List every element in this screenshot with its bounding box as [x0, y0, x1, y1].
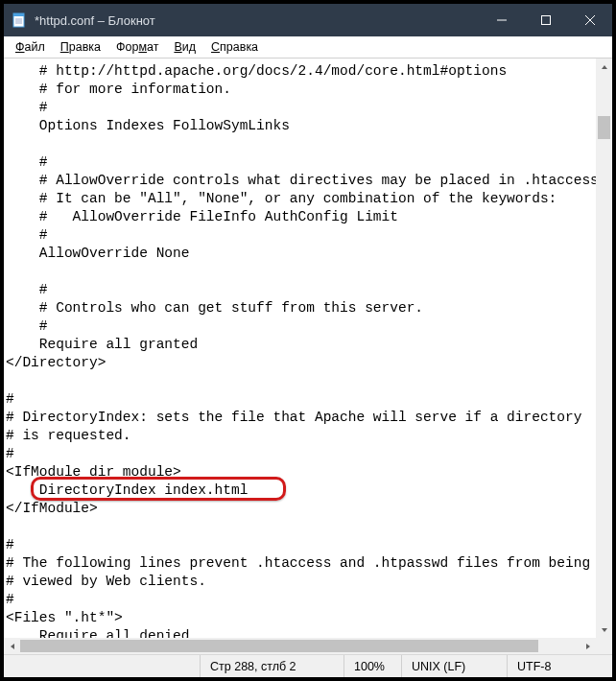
vertical-scrollbar-thumb[interactable] [598, 116, 610, 139]
menu-edit[interactable]: Правка [53, 38, 108, 56]
close-button[interactable] [568, 4, 612, 36]
menu-format[interactable]: Формат [108, 38, 166, 56]
svg-marker-12 [586, 644, 590, 649]
editor-area: # http://httpd.apache.org/docs/2.4/mod/c… [4, 58, 612, 654]
menu-view[interactable]: Вид [166, 38, 203, 56]
menubar: Файл Правка Формат Вид Справка [4, 36, 612, 58]
svg-rect-6 [542, 16, 551, 25]
notepad-icon [12, 12, 27, 28]
scroll-up-icon[interactable] [596, 59, 612, 75]
minimize-button[interactable] [480, 4, 524, 36]
scroll-right-icon[interactable] [580, 638, 596, 654]
svg-marker-11 [11, 644, 14, 649]
vertical-scrollbar[interactable] [596, 59, 612, 638]
horizontal-scrollbar-thumb[interactable] [20, 640, 538, 652]
statusbar: Стр 288, стлб 2 100% UNIX (LF) UTF-8 [4, 654, 612, 677]
editor-text[interactable]: # http://httpd.apache.org/docs/2.4/mod/c… [4, 59, 596, 638]
scroll-down-icon[interactable] [596, 622, 612, 638]
status-zoom[interactable]: 100% [344, 655, 401, 677]
notepad-window: *httpd.conf – Блокнот Файл Правка Формат… [4, 4, 612, 677]
statusbar-spacer [4, 655, 200, 677]
svg-rect-1 [13, 13, 24, 16]
menu-file[interactable]: Файл [8, 38, 53, 56]
window-title: *httpd.conf – Блокнот [35, 13, 155, 28]
scroll-left-icon[interactable] [4, 638, 20, 654]
horizontal-scrollbar[interactable] [4, 638, 596, 654]
svg-marker-9 [602, 65, 607, 69]
status-line-ending: UNIX (LF) [401, 655, 507, 677]
status-encoding: UTF-8 [507, 655, 612, 677]
maximize-button[interactable] [524, 4, 568, 36]
svg-marker-10 [602, 628, 607, 632]
titlebar[interactable]: *httpd.conf – Блокнот [4, 4, 612, 36]
window-controls [480, 4, 612, 36]
scroll-corner [596, 638, 612, 654]
menu-help[interactable]: Справка [203, 38, 266, 56]
status-position: Стр 288, стлб 2 [200, 655, 344, 677]
